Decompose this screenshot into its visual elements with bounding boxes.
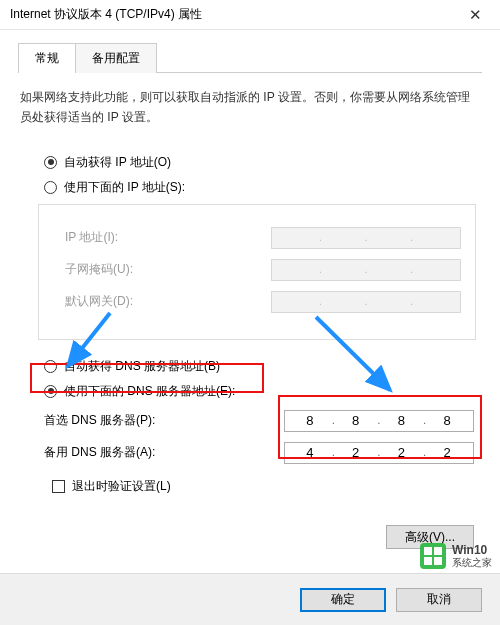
octet: 8 xyxy=(338,413,374,428)
octet: 4 xyxy=(292,445,328,460)
octet: 2 xyxy=(430,445,466,460)
button-label: 取消 xyxy=(427,591,451,608)
radio-manual-dns[interactable]: 使用下面的 DNS 服务器地址(E): xyxy=(44,383,482,400)
octet: 8 xyxy=(430,413,466,428)
radio-label: 使用下面的 IP 地址(S): xyxy=(64,179,185,196)
watermark: Win10 系统之家 xyxy=(420,543,492,569)
tab-general[interactable]: 常规 xyxy=(18,43,76,73)
watermark-logo-icon xyxy=(420,543,446,569)
field-label: 备用 DNS 服务器(A): xyxy=(44,444,155,461)
close-button[interactable]: ✕ xyxy=(454,2,496,27)
tab-alternate[interactable]: 备用配置 xyxy=(76,43,157,73)
radio-auto-ip[interactable]: 自动获得 IP 地址(O) xyxy=(44,154,482,171)
validate-checkbox-row[interactable]: 退出时验证设置(L) xyxy=(52,478,482,495)
radio-label: 自动获得 DNS 服务器地址(B) xyxy=(64,358,220,375)
titlebar: Internet 协议版本 4 (TCP/IPv4) 属性 ✕ xyxy=(0,0,500,30)
field-label: 默认网关(D): xyxy=(65,293,133,310)
gateway-input: ... xyxy=(271,291,461,313)
radio-manual-ip[interactable]: 使用下面的 IP 地址(S): xyxy=(44,179,482,196)
dialog-window: Internet 协议版本 4 (TCP/IPv4) 属性 ✕ 常规 备用配置 … xyxy=(0,0,500,625)
radio-icon xyxy=(44,385,57,398)
ip-fields-group: IP 地址(I): ... 子网掩码(U): ... 默认网关(D): ... xyxy=(38,204,476,340)
alternate-dns-input[interactable]: 4. 2. 2. 2 xyxy=(284,442,474,464)
field-label: 首选 DNS 服务器(P): xyxy=(44,412,155,429)
radio-icon xyxy=(44,181,57,194)
field-preferred-dns: 首选 DNS 服务器(P): 8. 8. 8. 8 xyxy=(44,410,474,432)
window-title: Internet 协议版本 4 (TCP/IPv4) 属性 xyxy=(10,6,202,23)
radio-label: 使用下面的 DNS 服务器地址(E): xyxy=(64,383,235,400)
tab-bar: 常规 备用配置 xyxy=(18,42,482,73)
checkbox-icon xyxy=(52,480,65,493)
field-label: IP 地址(I): xyxy=(65,229,118,246)
radio-label: 自动获得 IP 地址(O) xyxy=(64,154,171,171)
radio-icon xyxy=(44,360,57,373)
radio-icon xyxy=(44,156,57,169)
octet: 2 xyxy=(338,445,374,460)
field-label: 子网掩码(U): xyxy=(65,261,133,278)
subnet-mask-input: ... xyxy=(271,259,461,281)
cancel-button[interactable]: 取消 xyxy=(396,588,482,612)
content-area: 常规 备用配置 如果网络支持此功能，则可以获取自动指派的 IP 设置。否则，你需… xyxy=(0,30,500,505)
field-ip: IP 地址(I): ... xyxy=(65,227,461,249)
description-text: 如果网络支持此功能，则可以获取自动指派的 IP 设置。否则，你需要从网络系统管理… xyxy=(18,87,482,128)
field-alternate-dns: 备用 DNS 服务器(A): 4. 2. 2. 2 xyxy=(44,442,474,464)
octet: 2 xyxy=(384,445,420,460)
bottom-bar: 确定 取消 xyxy=(0,573,500,625)
octet: 8 xyxy=(384,413,420,428)
close-icon: ✕ xyxy=(469,6,482,24)
ok-button[interactable]: 确定 xyxy=(300,588,386,612)
ip-address-input: ... xyxy=(271,227,461,249)
octet: 8 xyxy=(292,413,328,428)
button-label: 确定 xyxy=(331,591,355,608)
watermark-text: Win10 系统之家 xyxy=(452,543,492,569)
watermark-line2: 系统之家 xyxy=(452,557,492,569)
preferred-dns-input[interactable]: 8. 8. 8. 8 xyxy=(284,410,474,432)
field-subnet: 子网掩码(U): ... xyxy=(65,259,461,281)
watermark-line1: Win10 xyxy=(452,543,492,557)
radio-auto-dns[interactable]: 自动获得 DNS 服务器地址(B) xyxy=(44,358,482,375)
field-gateway: 默认网关(D): ... xyxy=(65,291,461,313)
checkbox-label: 退出时验证设置(L) xyxy=(72,478,171,495)
